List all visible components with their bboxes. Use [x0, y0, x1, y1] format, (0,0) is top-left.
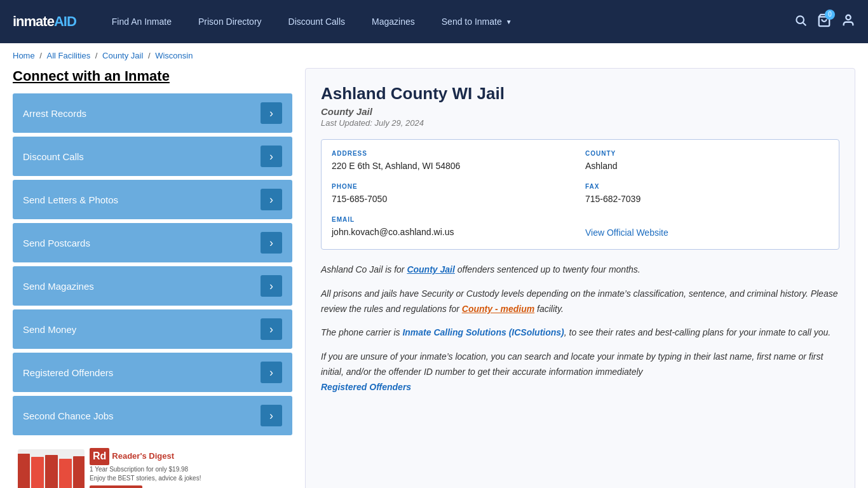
email-value: john.kovach@co.ashland.wi.us [332, 226, 575, 239]
desc-2: All prisons and jails have Security or C… [321, 287, 839, 317]
county-section: COUNTY Ashland [585, 150, 829, 173]
svg-point-0 [796, 16, 804, 24]
svg-line-1 [803, 22, 806, 25]
facility-type: County Jail [321, 106, 839, 117]
ad-inner: Rd Reader's Digest 1 Year Subscription f… [13, 444, 216, 488]
ad-sub-tagline: Enjoy the BEST stories, advice & jokes! [90, 474, 211, 483]
county-value: Ashland [585, 159, 829, 173]
arrow-icon: › [261, 102, 282, 124]
sidebar-btn-send-letters[interactable]: Send Letters & Photos › [13, 180, 292, 219]
county-label: COUNTY [585, 150, 829, 157]
county-jail-link[interactable]: County Jail [407, 264, 454, 274]
logo-text: inmateAID [13, 13, 76, 30]
nav-find-inmate[interactable]: Find An Inmate [102, 11, 182, 32]
sidebar-btn-send-money[interactable]: Send Money › [13, 309, 292, 349]
logo[interactable]: inmateAID [13, 13, 76, 30]
header-icons: 0 [794, 13, 855, 30]
sidebar-btn-arrest-records[interactable]: Arrest Records › [13, 93, 292, 133]
icsolutions-link[interactable]: Inmate Calling Solutions (ICSolutions) [402, 327, 564, 337]
sidebar-btn-discount-calls[interactable]: Discount Calls › [13, 137, 292, 176]
ad-text: Rd Reader's Digest 1 Year Subscription f… [90, 448, 211, 488]
website-link[interactable]: View Official Website [585, 227, 668, 238]
email-section: EMAIL john.kovach@co.ashland.wi.us [332, 216, 575, 239]
ad-brand: Rd Reader's Digest [90, 448, 211, 464]
address-value: 220 E 6th St, Ashland, WI 54806 [332, 159, 575, 173]
connect-title: Connect with an Inmate [13, 68, 292, 85]
user-icon-button[interactable] [841, 13, 855, 30]
fax-value: 715-682-7039 [585, 193, 829, 206]
sidebar-btn-registered-offenders[interactable]: Registered Offenders › [13, 353, 292, 392]
info-grid: ADDRESS 220 E 6th St, Ashland, WI 54806 … [321, 139, 839, 250]
sidebar: Connect with an Inmate Arrest Records › … [13, 68, 292, 488]
desc-4: If you are unsure of your inmate’s locat… [321, 349, 839, 395]
fax-section: FAX 715-682-7039 [585, 183, 829, 206]
fax-label: FAX [585, 183, 829, 190]
arrow-icon: › [261, 146, 282, 167]
description-section: Ashland Co Jail is for County Jail offen… [321, 262, 839, 395]
breadcrumb-wisconsin[interactable]: Wisconsin [155, 51, 193, 60]
phone-value: 715-685-7050 [332, 193, 575, 206]
ad-subscribe-button[interactable]: Subscribe Now [90, 485, 142, 488]
cart-icon-button[interactable]: 0 [817, 13, 831, 30]
header: inmateAID Find An Inmate Prison Director… [0, 0, 868, 43]
county-medium-link[interactable]: County - medium [462, 304, 534, 314]
arrow-icon: › [261, 318, 282, 340]
nav-prison-directory[interactable]: Prison Directory [188, 11, 272, 32]
email-label: EMAIL [332, 216, 575, 223]
arrow-icon: › [261, 405, 282, 426]
desc-1: Ashland Co Jail is for County Jail offen… [321, 262, 839, 278]
registered-offenders-link[interactable]: Registered Offenders [321, 382, 411, 392]
nav-magazines[interactable]: Magazines [362, 11, 425, 32]
svg-point-3 [846, 15, 850, 19]
sidebar-btn-send-magazines[interactable]: Send Magazines › [13, 266, 292, 306]
send-to-inmate-dropdown-arrow: ▼ [506, 18, 512, 25]
nav-send-to-inmate[interactable]: Send to Inmate ▼ [431, 11, 522, 32]
logo-aid: AID [54, 13, 76, 29]
arrow-icon: › [261, 232, 282, 254]
sidebar-btn-send-postcards[interactable]: Send Postcards › [13, 223, 292, 262]
ad-image [18, 449, 85, 488]
arrow-icon: › [261, 189, 282, 210]
breadcrumb-all-facilities[interactable]: All Facilities [47, 51, 91, 60]
main-nav: Find An Inmate Prison Directory Discount… [102, 11, 794, 32]
cart-badge: 0 [825, 10, 835, 20]
breadcrumb-county-jail[interactable]: County Jail [102, 51, 143, 60]
main-content: Connect with an Inmate Arrest Records › … [0, 68, 868, 488]
facility-name: Ashland County WI Jail [321, 84, 839, 104]
sidebar-btn-second-chance-jobs[interactable]: Second Chance Jobs › [13, 396, 292, 435]
ad-tagline: 1 Year Subscription for only $19.98 [90, 465, 211, 474]
ad-banner[interactable]: Rd Reader's Digest 1 Year Subscription f… [13, 444, 216, 488]
nav-discount-calls[interactable]: Discount Calls [278, 11, 355, 32]
breadcrumb: Home / All Facilities / County Jail / Wi… [0, 43, 868, 68]
facility-panel: Ashland County WI Jail County Jail Last … [305, 68, 855, 488]
arrow-icon: › [261, 275, 282, 297]
facility-updated: Last Updated: July 29, 2024 [321, 118, 839, 128]
phone-section: PHONE 715-685-7050 [332, 183, 575, 206]
breadcrumb-home[interactable]: Home [13, 51, 35, 60]
phone-label: PHONE [332, 183, 575, 190]
desc-3: The phone carrier is Inmate Calling Solu… [321, 325, 839, 341]
address-section: ADDRESS 220 E 6th St, Ashland, WI 54806 [332, 150, 575, 173]
arrow-icon: › [261, 362, 282, 383]
search-icon-button[interactable] [794, 14, 807, 30]
website-section: View Official Website [585, 216, 829, 239]
address-label: ADDRESS [332, 150, 575, 157]
